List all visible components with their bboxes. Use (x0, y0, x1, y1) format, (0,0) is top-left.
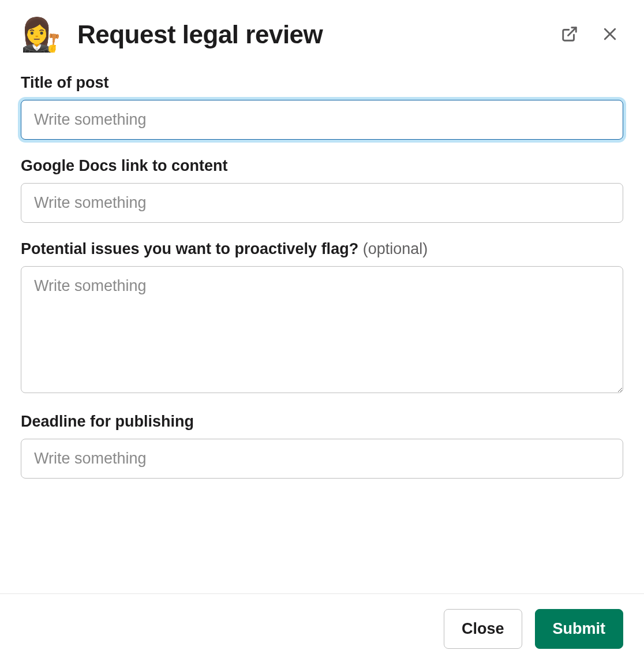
modal-header: 👩‍⚖️ Request legal review (0, 0, 644, 62)
field-deadline: Deadline for publishing (21, 413, 623, 479)
gdocs-link-input[interactable] (21, 183, 623, 223)
close-icon (601, 25, 619, 44)
modal-body: Title of post Google Docs link to conten… (0, 62, 644, 593)
submit-button[interactable]: Submit (535, 609, 624, 649)
title-of-post-input[interactable] (21, 100, 623, 140)
field-label-issues: Potential issues you want to proactively… (21, 240, 623, 258)
field-label-title: Title of post (21, 74, 623, 92)
external-link-icon (561, 25, 578, 44)
field-label-deadline: Deadline for publishing (21, 413, 623, 431)
field-issues: Potential issues you want to proactively… (21, 240, 623, 395)
issues-textarea[interactable] (21, 266, 623, 393)
judge-icon: 👩‍⚖️ (21, 18, 61, 51)
close-button[interactable]: Close (444, 609, 522, 649)
field-label-issues-text: Potential issues you want to proactively… (21, 240, 363, 257)
open-external-button[interactable] (556, 21, 583, 48)
deadline-input[interactable] (21, 439, 623, 479)
field-label-gdocs: Google Docs link to content (21, 157, 623, 175)
header-actions (556, 21, 623, 48)
field-label-issues-optional: (optional) (363, 240, 428, 257)
modal-request-legal-review: 👩‍⚖️ Request legal review (0, 0, 644, 665)
modal-footer: Close Submit (0, 593, 644, 665)
svg-line-0 (568, 27, 576, 35)
field-title-of-post: Title of post (21, 74, 623, 140)
field-gdocs-link: Google Docs link to content (21, 157, 623, 223)
close-modal-button[interactable] (597, 21, 623, 48)
modal-title: Request legal review (77, 20, 556, 49)
